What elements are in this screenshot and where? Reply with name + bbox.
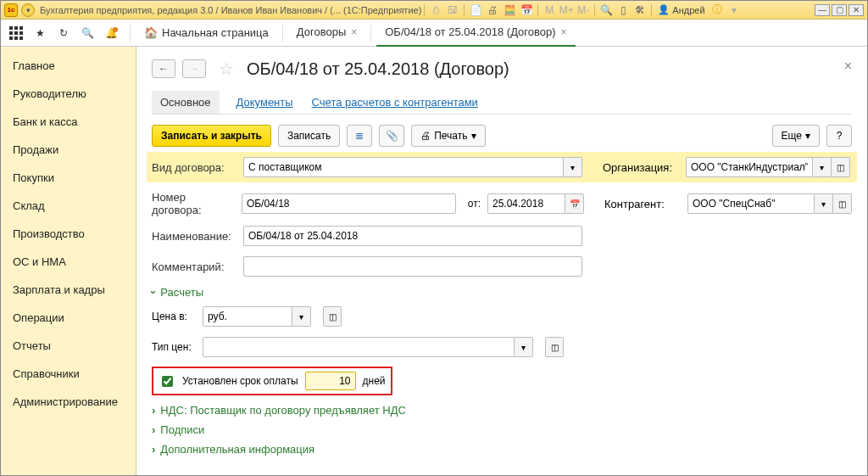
expander-sign[interactable]: Подписи bbox=[152, 423, 852, 436]
sidebar-item-admin[interactable]: Администрирование bbox=[1, 388, 136, 416]
page-title: ОБ/04/18 от 25.04.2018 (Договор) bbox=[247, 59, 509, 79]
maximize-button[interactable]: ▢ bbox=[832, 4, 847, 16]
more-button[interactable]: Еще ▾ bbox=[772, 125, 820, 147]
close-page-icon[interactable]: × bbox=[844, 59, 852, 74]
titlebar: 1c ▾ Бухгалтерия предприятия, редакция 3… bbox=[1, 1, 867, 20]
contract-type-input[interactable] bbox=[243, 157, 564, 177]
help-button[interactable]: ? bbox=[826, 125, 852, 147]
m-plus-icon[interactable]: M+ bbox=[559, 3, 574, 18]
favorite-star-icon[interactable]: ★ bbox=[30, 23, 50, 43]
counterparty-input[interactable] bbox=[687, 193, 815, 214]
section-tab-settlements[interactable]: Счета расчетов с контрагентами bbox=[310, 91, 480, 114]
nav-back-button[interactable]: ← bbox=[152, 59, 175, 78]
save-close-button[interactable]: Записать и закрыть bbox=[152, 125, 271, 147]
app-menu-dropdown-icon[interactable]: ▾ bbox=[21, 3, 35, 17]
app-logo-icon: 1c bbox=[4, 3, 18, 17]
open-icon[interactable]: ◫ bbox=[323, 306, 342, 327]
print-button[interactable]: 🖨 Печать ▾ bbox=[411, 125, 485, 147]
sidebar-item-sales[interactable]: Продажи bbox=[1, 136, 136, 164]
sidebar-item-production[interactable]: Производство bbox=[1, 220, 136, 248]
chevron-down-icon: ▾ bbox=[471, 130, 476, 142]
number-input[interactable] bbox=[242, 193, 456, 214]
sidebar-item-assets[interactable]: ОС и НМА bbox=[1, 248, 136, 276]
home-tab[interactable]: 🏠 Начальная страница bbox=[136, 20, 277, 47]
more-label: Еще bbox=[782, 130, 802, 142]
calc-icon[interactable]: 🧮 bbox=[502, 3, 517, 18]
sidebar-item-operations[interactable]: Операции bbox=[1, 304, 136, 332]
dropdown-icon[interactable]: ▾ bbox=[292, 306, 311, 327]
expander-calc[interactable]: Расчеты bbox=[152, 286, 852, 299]
tab-contracts[interactable]: Договоры × bbox=[288, 20, 365, 47]
price-type-input[interactable] bbox=[203, 337, 515, 357]
minimize-button[interactable]: — bbox=[815, 4, 830, 16]
dropdown-icon[interactable]: ▾ bbox=[815, 193, 833, 214]
comment-label: Комментарий: bbox=[152, 260, 236, 273]
doc-icon[interactable]: 📄 bbox=[468, 3, 483, 18]
expander-extra[interactable]: Дополнительная информация bbox=[152, 443, 852, 456]
contract-type-label: Вид договора: bbox=[152, 161, 236, 174]
comment-input[interactable] bbox=[243, 256, 582, 277]
apps-grid-icon[interactable] bbox=[6, 23, 26, 43]
main-toolbar: ★ ↻ 🔍 🔔 🏠 Начальная страница Договоры × … bbox=[1, 20, 867, 47]
sidebar-item-hr[interactable]: Зарплата и кадры bbox=[1, 276, 136, 304]
dropdown-icon[interactable]: ▾ bbox=[515, 337, 533, 357]
print-icon[interactable]: ⎙ bbox=[428, 3, 443, 18]
price-in-input[interactable] bbox=[203, 306, 292, 327]
sidebar-item-main[interactable]: Главное bbox=[1, 52, 136, 80]
m-minus-icon[interactable]: M- bbox=[576, 3, 591, 18]
search-icon[interactable]: 🔍 bbox=[77, 23, 97, 43]
name-input[interactable] bbox=[243, 226, 582, 246]
sidebar-item-manager[interactable]: Руководителю bbox=[1, 80, 136, 108]
open-icon[interactable]: ◫ bbox=[832, 157, 850, 177]
content-area: × ← → ☆ ОБ/04/18 от 25.04.2018 (Договор)… bbox=[136, 47, 867, 476]
section-tab-main[interactable]: Основное bbox=[152, 91, 220, 114]
save-button[interactable]: Записать bbox=[278, 125, 340, 147]
calendar-picker-icon[interactable]: 📅 bbox=[565, 193, 584, 214]
wrench-icon[interactable]: 🛠 bbox=[632, 3, 648, 18]
sidebar-item-catalogs[interactable]: Справочники bbox=[1, 360, 136, 388]
m-icon[interactable]: M bbox=[542, 3, 557, 18]
panel-icon[interactable]: ▯ bbox=[615, 3, 631, 18]
org-label: Организация: bbox=[603, 161, 679, 174]
section-tab-docs[interactable]: Документы bbox=[235, 91, 295, 114]
sidebar: Главное Руководителю Банк и касса Продаж… bbox=[1, 47, 136, 476]
tab-contract-detail[interactable]: ОБ/04/18 от 25.04.2018 (Договор) × bbox=[376, 20, 575, 47]
info-icon[interactable]: ⓘ bbox=[709, 3, 725, 18]
info-dropdown-icon[interactable]: ▾ bbox=[726, 3, 742, 18]
dropdown-icon[interactable]: ▾ bbox=[813, 157, 832, 177]
favorite-toggle-icon[interactable]: ☆ bbox=[216, 59, 236, 79]
sidebar-item-purchases[interactable]: Покупки bbox=[1, 164, 136, 192]
counterparty-label: Контрагент: bbox=[604, 198, 681, 210]
history-icon[interactable]: ↻ bbox=[53, 23, 74, 43]
expander-vat[interactable]: НДС: Поставщик по договору предъявляет Н… bbox=[152, 404, 852, 417]
user-label[interactable]: 👤Андрей bbox=[658, 4, 704, 15]
sidebar-item-warehouse[interactable]: Склад bbox=[1, 192, 136, 220]
calendar-icon[interactable]: 📅 bbox=[519, 3, 534, 18]
from-label: от: bbox=[468, 198, 481, 210]
open-icon[interactable]: ◫ bbox=[833, 193, 852, 214]
print2-icon[interactable]: 🖨 bbox=[485, 3, 500, 18]
printer-icon: 🖨 bbox=[420, 130, 431, 142]
list-view-button[interactable]: ≣ bbox=[347, 125, 372, 147]
deadline-days-input[interactable] bbox=[305, 372, 356, 390]
price-in-label: Цена в: bbox=[152, 311, 196, 322]
print-label: Печать bbox=[434, 130, 467, 142]
sidebar-item-reports[interactable]: Отчеты bbox=[1, 332, 136, 360]
close-window-button[interactable]: ✕ bbox=[849, 4, 864, 16]
notifications-icon[interactable]: 🔔 bbox=[101, 23, 121, 43]
attach-button[interactable]: 📎 bbox=[379, 125, 404, 147]
save-icon[interactable]: 🖫 bbox=[445, 3, 460, 18]
org-input[interactable] bbox=[686, 157, 813, 177]
close-tab-icon[interactable]: × bbox=[561, 26, 567, 38]
tab-label: ОБ/04/18 от 25.04.2018 (Договор) bbox=[385, 25, 555, 38]
home-label: Начальная страница bbox=[162, 26, 269, 39]
nav-forward-button[interactable]: → bbox=[182, 59, 206, 78]
date-input[interactable] bbox=[487, 193, 565, 214]
search-global-icon[interactable]: 🔍 bbox=[598, 3, 614, 18]
dropdown-icon[interactable]: ▾ bbox=[564, 157, 582, 177]
open-icon[interactable]: ◫ bbox=[545, 337, 564, 357]
action-bar: Записать и закрыть Записать ≣ 📎 🖨 Печать… bbox=[152, 125, 852, 147]
sidebar-item-bank[interactable]: Банк и касса bbox=[1, 108, 136, 136]
close-tab-icon[interactable]: × bbox=[351, 26, 357, 38]
deadline-checkbox[interactable] bbox=[162, 376, 173, 387]
